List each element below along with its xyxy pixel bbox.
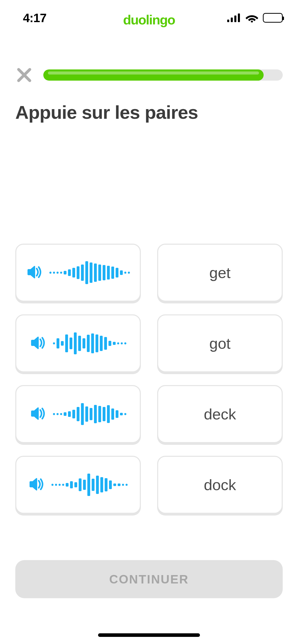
speaker-icon xyxy=(30,407,45,421)
word-label: get xyxy=(209,264,231,282)
progress-bar xyxy=(43,69,283,81)
svg-rect-0 xyxy=(227,20,229,22)
wifi-icon xyxy=(246,13,258,22)
word-label: dock xyxy=(204,476,236,494)
waveform xyxy=(53,329,126,357)
status-time: 4:17 xyxy=(23,11,46,25)
audio-card-4[interactable] xyxy=(15,456,141,514)
audio-card-2[interactable] xyxy=(15,314,141,372)
word-label: deck xyxy=(204,405,236,423)
close-button[interactable] xyxy=(15,66,33,84)
pairs-grid: get got deck xyxy=(15,244,283,514)
word-card-3[interactable]: deck xyxy=(157,385,283,443)
app-logo: duolingo xyxy=(123,12,175,27)
exercise-prompt: Appuie sur les paires xyxy=(15,102,283,123)
progress-fill xyxy=(43,69,264,81)
speaker-icon xyxy=(26,266,42,280)
continue-label: CONTINUER xyxy=(109,572,189,586)
waveform xyxy=(51,471,128,499)
waveform xyxy=(53,400,126,428)
home-indicator xyxy=(98,633,200,637)
svg-rect-2 xyxy=(234,16,236,22)
continue-button[interactable]: CONTINUER xyxy=(15,560,283,598)
word-card-4[interactable]: dock xyxy=(157,456,283,514)
lesson-header xyxy=(15,66,283,84)
cellular-icon xyxy=(227,13,241,22)
word-label: got xyxy=(209,335,231,352)
close-icon xyxy=(17,68,31,82)
speaker-icon xyxy=(30,336,45,350)
speaker-icon xyxy=(29,478,44,492)
svg-point-4 xyxy=(251,21,253,22)
word-card-2[interactable]: got xyxy=(157,314,283,372)
svg-rect-1 xyxy=(231,18,233,22)
status-right xyxy=(227,13,283,23)
audio-card-3[interactable] xyxy=(15,385,141,443)
status-bar: 4:17 duolingo xyxy=(0,0,298,36)
word-card-1[interactable]: get xyxy=(157,244,283,302)
battery-icon xyxy=(263,13,283,23)
svg-rect-3 xyxy=(238,13,240,22)
audio-card-1[interactable] xyxy=(15,244,141,302)
waveform xyxy=(49,259,130,287)
